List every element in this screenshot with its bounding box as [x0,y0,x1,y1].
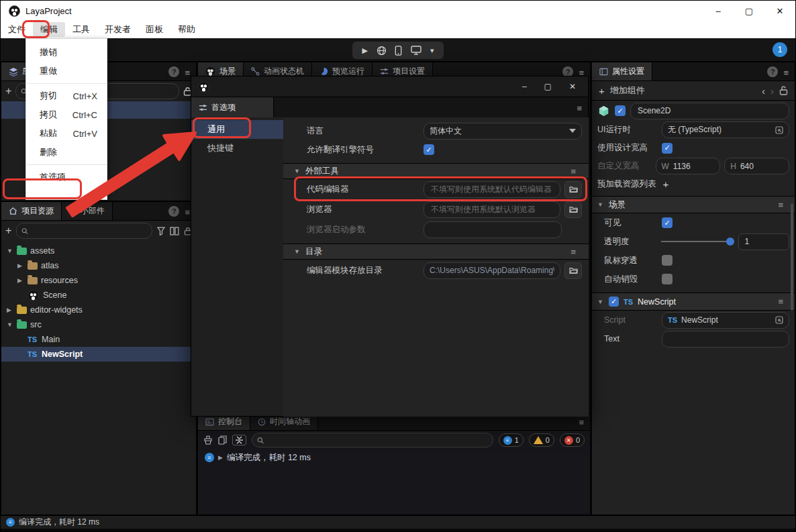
script-field[interactable]: TS NewScript [662,312,789,329]
filter-icon[interactable] [157,227,165,235]
text-field[interactable] [662,331,789,348]
newscript-section-header[interactable]: ▼ ✓ TS NewScript ≡ [592,292,795,311]
collapse-icon[interactable]: ▼ [597,201,604,208]
directory-section[interactable]: ▼ 目录 ≡ [283,244,589,260]
script-enabled-checkbox[interactable]: ✓ [609,297,619,307]
node-name-input[interactable] [636,105,783,116]
nav-forward-icon[interactable]: › [770,85,774,97]
browser-field[interactable] [424,201,560,218]
collapse-icon[interactable]: ▼ [294,168,301,174]
text-input[interactable] [668,333,783,344]
help-icon[interactable]: ? [168,206,179,217]
preload-add-icon[interactable]: + [663,178,669,190]
panel-menu-icon[interactable]: ≡ [783,68,795,78]
menu-tools[interactable]: 工具 [65,22,97,37]
scene-section-header[interactable]: ▼ 场景 ≡ [592,196,795,213]
opacity-slider[interactable] [661,237,734,246]
add-node-button[interactable]: + [5,85,11,97]
close-button[interactable]: ✕ [764,1,795,21]
dialog-menu-icon[interactable]: ≡ [577,103,588,113]
external-tools-section[interactable]: ▼ 外部工具 ≡ [283,163,589,179]
code-editor-input[interactable] [430,184,554,195]
browser-preview-icon[interactable] [377,46,387,56]
scrollbar[interactable] [791,203,793,311]
maximize-button[interactable]: ▢ [734,1,764,21]
tree-item-scene[interactable]: Scene [1,288,196,303]
translate-checkbox[interactable]: ✓ [424,144,434,155]
nav-item-shortcuts[interactable]: 快捷键 [191,139,283,158]
expand-icon[interactable]: ▶ [17,262,24,269]
node-name-field[interactable] [630,103,789,119]
expand-icon[interactable]: ▼ [7,321,13,328]
menu-item-delete[interactable]: 删除 [26,143,107,162]
console-search-input[interactable] [267,435,487,445]
tree-item-newscript[interactable]: TS NewScript [1,347,196,362]
log-expand-icon[interactable]: ▶ [218,454,223,461]
pick-target-icon[interactable] [775,126,783,134]
clear-console-icon[interactable] [203,435,213,445]
tree-item-main[interactable]: TS Main [1,332,196,347]
module-dir-field[interactable]: C:\Users\ASUS\AppData\Roaming\LayaAi [424,262,560,279]
menu-item-redo[interactable]: 重做 [26,62,107,81]
menu-edit[interactable]: 编辑 [33,22,65,37]
help-icon[interactable]: ? [767,66,778,77]
browser-args-field[interactable] [424,221,562,238]
nav-item-general[interactable]: 通用 [191,120,283,139]
warning-count-badge[interactable]: 0 [529,433,554,447]
tree-item-assets[interactable]: ▼ assets [1,244,196,258]
menu-item-preferences[interactable]: 首选项 [26,168,107,187]
browser-browse-button[interactable] [564,201,582,218]
assets-search-input[interactable] [32,225,147,236]
menu-panel[interactable]: 面板 [138,22,170,37]
section-menu-icon[interactable]: ≡ [570,166,582,176]
split-view-icon[interactable] [170,227,179,235]
code-editor-field[interactable] [424,181,560,198]
dialog-tab-preferences[interactable]: 首选项 [191,97,274,117]
collapse-icon[interactable]: ▼ [597,299,604,305]
width-field[interactable]: W 1136 [656,158,721,174]
tab-widgets[interactable]: ★ 小部件 [62,202,113,220]
add-component-label[interactable]: 增加组件 [610,85,645,97]
menu-file[interactable]: 文件 [1,22,33,37]
section-menu-icon[interactable]: ≡ [570,247,582,257]
minimize-button[interactable]: – [703,1,734,21]
auto-destroy-checkbox[interactable] [662,274,673,284]
tree-item-editor-widgets[interactable]: ▶ editor-widgets [1,303,196,317]
unlock-icon[interactable] [779,86,788,95]
section-menu-icon[interactable]: ≡ [778,200,789,210]
menu-item-copy[interactable]: 拷贝Ctrl+C [26,105,107,124]
expand-icon[interactable]: ▼ [7,248,13,254]
expand-icon[interactable]: ▶ [7,307,13,313]
dialog-close-button[interactable]: ✕ [569,82,576,91]
language-select[interactable]: 简体中文 [424,123,582,140]
menu-item-undo[interactable]: 撤销 [26,43,107,62]
browser-args-input[interactable] [430,224,556,235]
menu-developer[interactable]: 开发者 [97,22,138,37]
tab-properties[interactable]: 属性设置 [592,62,652,81]
console-log-row[interactable]: ≡ ▶ 编译完成，耗时 12 ms [198,449,590,466]
collapse-icon[interactable]: ▼ [294,248,301,255]
tab-project-assets[interactable]: 项目资源 [1,202,62,220]
menu-item-cut[interactable]: 剪切Ctrl+X [26,87,107,105]
tree-item-src[interactable]: ▼ src [1,317,196,332]
add-asset-button[interactable]: + [5,225,11,237]
preview-dropdown-caret-icon[interactable]: ▾ [430,46,434,55]
height-field[interactable]: H 640 [724,158,789,174]
menu-item-paste[interactable]: 粘贴Ctrl+V [26,124,107,143]
module-dir-browse-button[interactable] [564,262,582,279]
error-count-badge[interactable]: ✕ 0 [560,433,585,447]
mobile-preview-icon[interactable] [395,46,402,56]
menu-help[interactable]: 帮助 [170,22,203,37]
ui-runtime-field[interactable]: 无 (TypeScript) [662,121,789,138]
visible-checkbox[interactable]: ✓ [662,217,673,228]
console-search[interactable] [252,433,493,447]
code-editor-browse-button[interactable] [564,181,582,198]
play-button[interactable]: ▶ [362,46,367,55]
tree-item-resources[interactable]: ▶ resources [1,273,196,288]
nav-back-icon[interactable]: ‹ [762,85,765,97]
expand-icon[interactable]: ▶ [17,277,24,284]
assets-search[interactable] [16,223,152,239]
design-size-checkbox[interactable]: ✓ [662,143,673,154]
browser-input[interactable] [430,204,554,215]
pick-target-icon[interactable] [775,316,783,324]
